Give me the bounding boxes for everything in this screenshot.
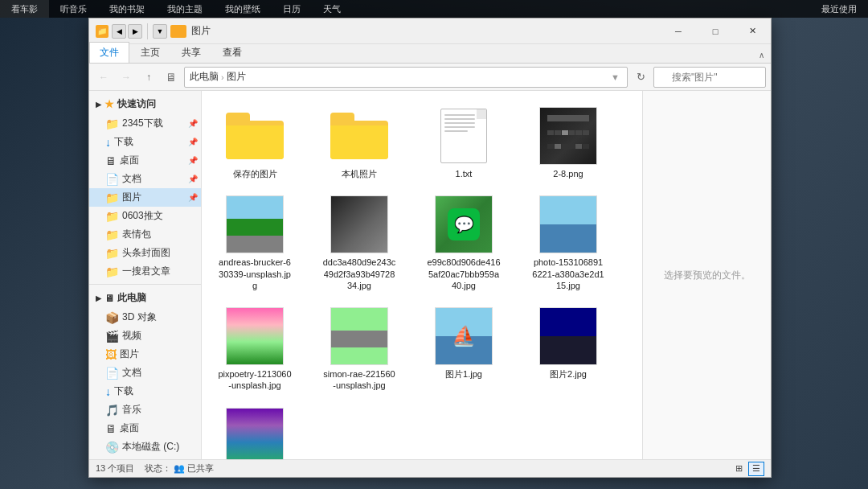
drive-icon-e: 💽 bbox=[105, 459, 119, 460]
file-name-local: 本机照片 bbox=[342, 168, 377, 179]
tab-file[interactable]: 文件 bbox=[89, 42, 129, 63]
chevron-right-icon: ▶ bbox=[96, 101, 101, 109]
statusbar: 13 个项目 状态： 👥 已共享 ⊞ ☰ bbox=[89, 459, 771, 477]
sidebar-item-2345[interactable]: 📁 2345下载 📌 bbox=[89, 114, 201, 133]
sidebar-label-disk-c: 本地磁盘 (C:) bbox=[122, 440, 179, 454]
img-thumb-mountain bbox=[226, 408, 284, 459]
search-input[interactable] bbox=[653, 67, 766, 88]
pin-icon-pictures: 📌 bbox=[188, 193, 198, 202]
ribbon-expand-btn[interactable]: ∧ bbox=[752, 47, 771, 63]
this-pc-icon: 🖥 bbox=[104, 293, 114, 304]
sidebar-item-music[interactable]: 🎵 音乐 bbox=[89, 401, 201, 419]
up-btn-title[interactable]: ▼ bbox=[153, 24, 167, 39]
sidebar-item-cover[interactable]: 📁 头条封面图 bbox=[89, 244, 201, 262]
taskbar-item-kandiany[interactable]: 看车影 bbox=[0, 0, 49, 18]
forward-button[interactable]: → bbox=[117, 68, 136, 87]
file-name-pixpoetry: pixpoetry-1213060-unsplash.jpg bbox=[218, 368, 292, 392]
taskbar-item-weather[interactable]: 天气 bbox=[312, 0, 352, 18]
folder-thumb-local bbox=[330, 107, 388, 165]
addressbar: ← → ↑ 🖥 此电脑 › 图片 ▼ ↻ 🔍 bbox=[89, 64, 771, 91]
file-item-andreas[interactable]: andreas-brucker-630339-unsplash.jpg bbox=[215, 189, 295, 298]
sidebar-item-desktop-pc[interactable]: 🖥 桌面 bbox=[89, 419, 201, 438]
folder-icon-3d: 📦 bbox=[105, 311, 119, 324]
path-dropdown[interactable]: ▼ bbox=[611, 72, 620, 82]
folder-icon-2345: 📁 bbox=[105, 117, 119, 130]
share-text: 已共享 bbox=[187, 463, 214, 473]
sidebar-label-pictures-pc: 图片 bbox=[120, 347, 139, 361]
minimize-button[interactable]: ─ bbox=[660, 18, 697, 44]
address-path[interactable]: 此电脑 › 图片 ▼ bbox=[184, 67, 628, 88]
view-list-btn[interactable]: ☰ bbox=[748, 462, 764, 476]
file-scroll[interactable]: 保存的图片 本机照片 bbox=[202, 91, 642, 459]
tab-share[interactable]: 共享 bbox=[171, 42, 211, 63]
this-pc-header[interactable]: ▶ 🖥 此电脑 bbox=[89, 288, 201, 308]
img-thumb-simonrae bbox=[330, 307, 388, 365]
sidebar-item-documents-pc[interactable]: 📄 文档 bbox=[89, 364, 201, 382]
file-item-pic2[interactable]: 图片2.jpg bbox=[528, 301, 608, 398]
folder-icon-docs: 📄 bbox=[105, 173, 119, 186]
maximize-button[interactable]: □ bbox=[697, 18, 734, 44]
folder-icon-desktop: 🖥 bbox=[105, 154, 117, 167]
file-item-saved-pictures[interactable]: 保存的图片 bbox=[215, 101, 295, 186]
this-pc-label: 此电脑 bbox=[117, 291, 146, 305]
file-item-simonrae[interactable]: simon-rae-221560-unsplash.jpg bbox=[319, 301, 399, 398]
star-icon: ★ bbox=[104, 98, 114, 110]
main-area: ▶ ★ 快速访问 📁 2345下载 📌 ↓ 下载 📌 🖥 桌面 📌 📄 bbox=[89, 91, 771, 459]
sidebar-item-emoji[interactable]: 📁 表情包 bbox=[89, 225, 201, 244]
sidebar-item-0603[interactable]: 📁 0603推文 bbox=[89, 207, 201, 225]
preview-text: 选择要预览的文件。 bbox=[664, 269, 751, 282]
sidebar-item-3d[interactable]: 📦 3D 对象 bbox=[89, 308, 201, 327]
sidebar: ▶ ★ 快速访问 📁 2345下载 📌 ↓ 下载 📌 🖥 桌面 📌 📄 bbox=[89, 91, 202, 459]
sidebar-item-disk-c[interactable]: 💿 本地磁盘 (C:) bbox=[89, 438, 201, 456]
back-button[interactable]: ← bbox=[94, 68, 113, 87]
up-button[interactable]: ↑ bbox=[139, 68, 158, 87]
tab-view[interactable]: 查看 bbox=[212, 42, 252, 63]
taskbar-item-recent[interactable]: 最近使用 bbox=[810, 0, 868, 18]
titlebar: 📁 ◀ ▶ ▼ 图片 ─ □ ✕ bbox=[89, 18, 771, 44]
sidebar-item-desktop[interactable]: 🖥 桌面 📌 bbox=[89, 151, 201, 170]
file-item-pixpoetry[interactable]: pixpoetry-1213060-unsplash.jpg bbox=[215, 301, 295, 398]
status-label: 状态： bbox=[145, 463, 171, 473]
tab-home[interactable]: 主页 bbox=[130, 42, 170, 63]
sidebar-item-video[interactable]: 🎬 视频 bbox=[89, 327, 201, 345]
file-name-photo1531: photo-1531068916221-a380a3e2d115.jpg bbox=[531, 257, 605, 291]
folder-thumb-saved bbox=[226, 107, 284, 165]
sidebar-item-articles[interactable]: 📁 一搜君文章 bbox=[89, 262, 201, 281]
close-button[interactable]: ✕ bbox=[734, 18, 771, 44]
refresh-button[interactable]: ↻ bbox=[631, 68, 650, 87]
file-item-2-8[interactable]: 2-8.png bbox=[528, 101, 608, 186]
sidebar-item-download[interactable]: ↓ 下载 📌 bbox=[89, 133, 201, 151]
sidebar-item-pictures-pc[interactable]: 🖼 图片 bbox=[89, 345, 201, 364]
file-item-mountain[interactable]: ... bbox=[215, 401, 295, 459]
folder-icon-video: 🎬 bbox=[105, 330, 119, 343]
img-thumb-e99c8: 💬 bbox=[435, 195, 493, 253]
file-name-ddc3a: ddc3a480d9e243c49d2f3a93b4972834.jpg bbox=[322, 257, 396, 291]
file-item-photo1531[interactable]: photo-1531068916221-a380a3e2d115.jpg bbox=[528, 189, 608, 298]
taskbar-item-themes[interactable]: 我的主题 bbox=[156, 0, 214, 18]
folder-icon-documents-pc: 📄 bbox=[105, 367, 119, 380]
taskbar-item-wallpaper[interactable]: 我的壁纸 bbox=[214, 0, 272, 18]
sidebar-item-pictures[interactable]: 📁 图片 📌 bbox=[89, 188, 201, 207]
folder-icon-pictures: 📁 bbox=[105, 191, 119, 204]
taskbar-item-calendar[interactable]: 日历 bbox=[272, 0, 312, 18]
taskbar-item-books[interactable]: 我的书架 bbox=[98, 0, 156, 18]
view-tiles-btn[interactable]: ⊞ bbox=[731, 462, 747, 476]
back-btn-title[interactable]: ◀ bbox=[112, 24, 126, 39]
sidebar-label-desktop-pc: 桌面 bbox=[120, 421, 139, 435]
file-item-local-photos[interactable]: 本机照片 bbox=[319, 101, 399, 186]
item-count: 13 个项目 bbox=[96, 463, 134, 473]
sidebar-item-docs[interactable]: 📄 文档 📌 bbox=[89, 170, 201, 188]
file-item-1txt[interactable]: 1.txt bbox=[424, 101, 504, 186]
quick-access-header[interactable]: ▶ ★ 快速访问 bbox=[89, 94, 201, 114]
folder-icon-download: ↓ bbox=[105, 136, 111, 149]
sidebar-label-3d: 3D 对象 bbox=[122, 310, 157, 324]
file-item-ddc3a[interactable]: ddc3a480d9e243c49d2f3a93b4972834.jpg bbox=[319, 189, 399, 298]
file-item-e99c8[interactable]: 💬 e99c80d906de4165af20ac7bbb959a40.jpg bbox=[424, 189, 504, 298]
explorer-window: 📁 ◀ ▶ ▼ 图片 ─ □ ✕ 文件 主页 共享 查看 ∧ ← → ↑ 🖥 此… bbox=[88, 18, 772, 478]
taskbar-item-music[interactable]: 听音乐 bbox=[49, 0, 98, 18]
file-item-pic1[interactable]: ⛵ 图片1.jpg bbox=[424, 301, 504, 398]
forward-btn-title[interactable]: ▶ bbox=[128, 24, 142, 39]
ribbon-tabs: 文件 主页 共享 查看 ∧ bbox=[89, 44, 771, 64]
sidebar-item-downloads-pc[interactable]: ↓ 下载 bbox=[89, 382, 201, 401]
sidebar-item-disk-e[interactable]: 💽 新加卷 (E:) bbox=[89, 456, 201, 459]
